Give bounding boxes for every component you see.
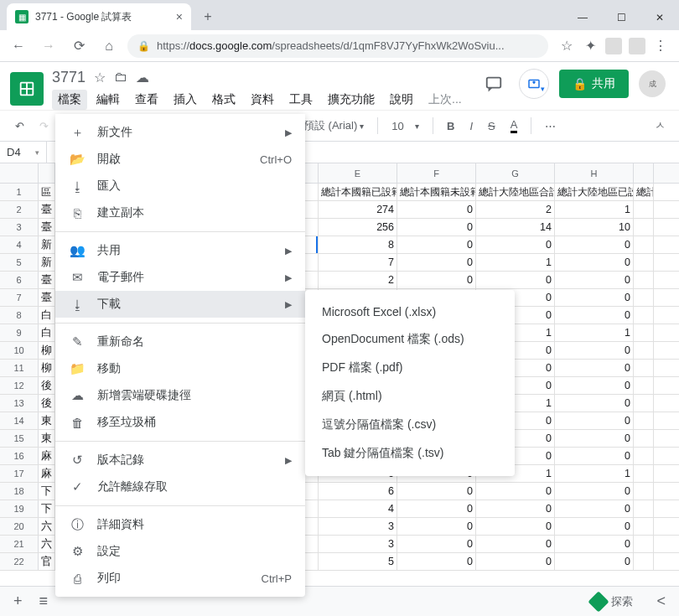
row-header[interactable]: 17 [0,465,39,482]
new-tab-button[interactable]: + [196,5,220,28]
cell[interactable]: 下 [39,500,55,517]
row-header[interactable]: 4 [0,236,39,253]
explore-button[interactable]: 探索 [581,589,643,614]
row-header[interactable]: 13 [0,395,39,412]
cell[interactable] [634,500,654,517]
cell[interactable] [634,430,654,447]
cell[interactable]: 後 [39,395,55,412]
cell[interactable] [634,360,654,376]
cell[interactable]: 六 [39,518,55,535]
name-box[interactable]: D4▾ [0,142,47,163]
row-header[interactable]: 14 [0,412,39,429]
cell[interactable]: 東 [39,412,55,429]
cell[interactable]: 0 [476,536,555,552]
cell[interactable]: 下 [39,483,55,500]
cell[interactable]: 0 [555,289,634,306]
menu-說明[interactable]: 說明 [384,90,419,110]
cell[interactable]: 0 [397,536,476,552]
cell[interactable]: 0 [555,307,634,324]
cell[interactable]: 0 [397,219,476,236]
file-menu-item[interactable]: ⓘ詳細資料 [55,511,305,538]
account-avatar[interactable]: 成 [639,70,666,97]
cell[interactable]: 臺 [39,219,55,236]
row-header[interactable]: 18 [0,483,39,500]
menu-上次...[interactable]: 上次... [422,90,468,110]
download-format-item[interactable]: 網頁 (.html) [305,382,515,411]
row-header[interactable]: 2 [0,201,39,218]
collapse-toolbar-button[interactable]: ㅅ [651,115,669,137]
cell[interactable] [634,342,654,359]
file-menu-item[interactable]: 📁移動 [55,355,305,382]
file-menu-item[interactable]: ✓允許離線存取 [55,474,305,500]
file-menu-item[interactable]: ⚙設定 [55,538,305,565]
cell[interactable]: 2 [319,272,397,288]
cloud-status-icon[interactable]: ☁ [136,70,149,85]
cell[interactable]: 0 [555,360,634,376]
strikethrough-button[interactable]: S [483,116,500,136]
cell[interactable]: 8 [319,236,397,253]
file-menu-item[interactable]: ✎重新命名 [55,329,305,355]
menu-檔案[interactable]: 檔案 [52,90,87,110]
cell[interactable]: 0 [555,536,634,552]
maximize-button[interactable]: ☐ [602,5,640,30]
menu-查看[interactable]: 查看 [129,90,164,110]
file-menu-item[interactable]: ⭳匯入 [55,173,305,199]
cell[interactable] [634,254,654,271]
download-format-item[interactable]: Microsoft Excel (.xlsx) [305,298,515,325]
cell[interactable]: 0 [397,553,476,570]
cell[interactable] [634,412,654,429]
bold-button[interactable]: B [442,116,459,136]
more-toolbar-button[interactable]: ⋯ [540,116,561,136]
cell[interactable]: 0 [397,483,476,500]
cell[interactable]: 區 [39,184,55,200]
cell[interactable] [634,324,654,341]
cell[interactable]: 0 [555,483,634,500]
cell[interactable] [634,201,654,218]
extension-1-icon[interactable] [605,38,622,54]
cell[interactable]: 白 [39,307,55,324]
back-button[interactable]: ← [7,34,30,58]
cell[interactable]: 4 [319,500,397,517]
menu-資料[interactable]: 資料 [245,90,280,110]
cell[interactable] [634,483,654,500]
cell[interactable]: 官 [39,553,55,570]
cell[interactable]: 0 [397,500,476,517]
minimize-button[interactable]: — [563,5,602,30]
cell[interactable]: 0 [476,236,555,253]
reload-button[interactable]: ⟳ [67,34,91,58]
star-icon[interactable]: ☆ [558,38,575,54]
cell[interactable]: 臺 [39,272,55,288]
column-header[interactable]: F [397,163,476,183]
row-header[interactable]: 11 [0,360,39,376]
cell[interactable]: 柳 [39,360,55,376]
cell[interactable]: 新 [39,236,55,253]
undo-button[interactable]: ↶ [10,116,29,136]
cell[interactable]: 0 [476,483,555,500]
cell[interactable]: 0 [555,254,634,271]
cell[interactable]: 總計本國籍已設籍 [319,184,397,200]
cell[interactable]: 總計 [634,184,654,200]
file-menu-item[interactable]: ⎙列印Ctrl+P [55,565,305,592]
cell[interactable]: 麻 [39,465,55,482]
menu-格式[interactable]: 格式 [206,90,241,110]
all-sheets-button[interactable]: ≡ [36,589,52,613]
row-header[interactable]: 5 [0,254,39,271]
row-header[interactable]: 20 [0,518,39,535]
move-document-icon[interactable]: 🗀 [114,70,127,85]
cell[interactable]: 0 [555,377,634,394]
file-menu-item[interactable]: ⎘建立副本 [55,199,305,226]
row-header[interactable]: 1 [0,184,39,200]
download-format-item[interactable]: PDF 檔案 (.pdf) [305,354,515,382]
cell[interactable]: 5 [319,553,397,570]
cell[interactable]: 白 [39,324,55,341]
extension-2-icon[interactable] [629,38,645,54]
row-header[interactable]: 15 [0,430,39,447]
cell[interactable]: 麻 [39,448,55,464]
sheets-logo[interactable] [10,72,44,106]
cell[interactable]: 0 [397,201,476,218]
file-menu-item[interactable]: ☁新增雲端硬碟捷徑 [55,382,305,409]
cell[interactable]: 0 [397,272,476,288]
home-button[interactable]: ⌂ [97,34,121,58]
cell[interactable]: 0 [476,518,555,535]
cell[interactable]: 0 [476,272,555,288]
